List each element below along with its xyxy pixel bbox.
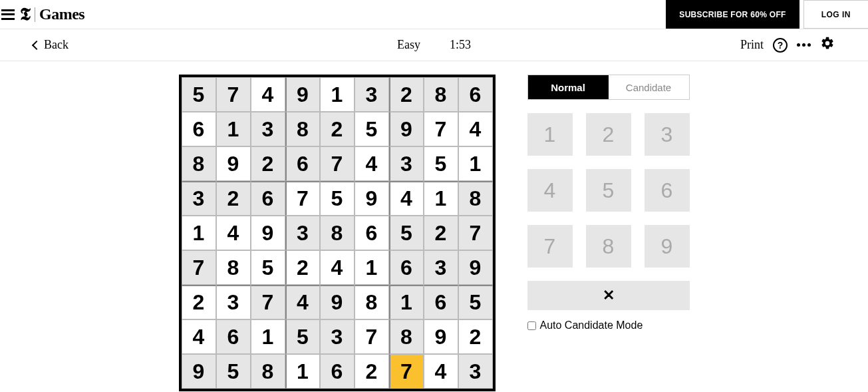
sudoku-cell[interactable]: 5	[182, 77, 216, 112]
sudoku-cell[interactable]: 9	[355, 181, 389, 216]
brand-link[interactable]: 𝕿 Games	[20, 5, 84, 23]
sudoku-cell[interactable]: 4	[458, 112, 493, 146]
menu-icon[interactable]	[1, 9, 15, 20]
erase-button[interactable]: ✕	[527, 281, 690, 310]
mode-candidate-button[interactable]: Candidate	[609, 75, 689, 99]
auto-candidate-checkbox[interactable]	[527, 321, 536, 330]
sudoku-cell[interactable]: 3	[285, 216, 320, 250]
sudoku-cell[interactable]: 5	[458, 285, 493, 319]
sudoku-cell[interactable]: 4	[320, 250, 355, 285]
sudoku-cell[interactable]: 7	[182, 250, 216, 285]
sudoku-cell[interactable]: 5	[216, 354, 251, 389]
sudoku-cell[interactable]: 9	[458, 250, 493, 285]
sudoku-cell[interactable]: 6	[182, 112, 216, 146]
sudoku-cell[interactable]: 1	[458, 146, 493, 181]
sudoku-cell[interactable]: 9	[182, 354, 216, 389]
sudoku-cell[interactable]: 6	[216, 319, 251, 354]
sudoku-cell[interactable]: 3	[182, 181, 216, 216]
sudoku-cell[interactable]: 7	[458, 216, 493, 250]
sudoku-cell[interactable]: 5	[320, 181, 355, 216]
sudoku-cell[interactable]: 7	[285, 181, 320, 216]
sudoku-cell[interactable]: 6	[389, 250, 424, 285]
sudoku-cell[interactable]: 2	[216, 181, 251, 216]
sudoku-cell[interactable]: 5	[355, 112, 389, 146]
sudoku-cell[interactable]: 1	[285, 354, 320, 389]
sudoku-cell[interactable]: 6	[355, 216, 389, 250]
sudoku-cell[interactable]: 8	[355, 285, 389, 319]
sudoku-cell[interactable]: 7	[320, 146, 355, 181]
sudoku-cell[interactable]: 5	[251, 250, 285, 285]
keypad-2[interactable]: 2	[586, 113, 631, 156]
sudoku-cell[interactable]: 8	[182, 146, 216, 181]
sudoku-cell[interactable]: 3	[216, 285, 251, 319]
sudoku-cell[interactable]: 2	[424, 216, 458, 250]
sudoku-cell[interactable]: 1	[182, 216, 216, 250]
sudoku-cell[interactable]: 3	[424, 250, 458, 285]
sudoku-cell[interactable]: 8	[389, 319, 424, 354]
sudoku-cell[interactable]: 1	[389, 285, 424, 319]
more-icon[interactable]	[797, 43, 811, 47]
sudoku-cell[interactable]: 9	[251, 216, 285, 250]
sudoku-cell[interactable]: 6	[458, 77, 493, 112]
sudoku-cell[interactable]: 7	[389, 354, 424, 389]
keypad-7[interactable]: 7	[527, 225, 573, 268]
print-button[interactable]: Print	[740, 38, 764, 52]
sudoku-cell[interactable]: 6	[285, 146, 320, 181]
sudoku-cell[interactable]: 3	[355, 77, 389, 112]
sudoku-cell[interactable]: 4	[285, 285, 320, 319]
sudoku-cell[interactable]: 2	[285, 250, 320, 285]
sudoku-cell[interactable]: 1	[216, 112, 251, 146]
sudoku-cell[interactable]: 4	[355, 146, 389, 181]
sudoku-cell[interactable]: 2	[320, 112, 355, 146]
sudoku-cell[interactable]: 8	[216, 250, 251, 285]
sudoku-cell[interactable]: 3	[320, 319, 355, 354]
sudoku-cell[interactable]: 9	[285, 77, 320, 112]
keypad-6[interactable]: 6	[645, 169, 690, 212]
keypad-3[interactable]: 3	[645, 113, 690, 156]
sudoku-cell[interactable]: 4	[389, 181, 424, 216]
sudoku-cell[interactable]: 9	[216, 146, 251, 181]
sudoku-cell[interactable]: 7	[355, 319, 389, 354]
sudoku-cell[interactable]: 2	[458, 319, 493, 354]
sudoku-cell[interactable]: 6	[320, 354, 355, 389]
subscribe-button[interactable]: SUBSCRIBE FOR 60% OFF	[666, 0, 799, 29]
sudoku-cell[interactable]: 5	[285, 319, 320, 354]
sudoku-cell[interactable]: 1	[424, 181, 458, 216]
sudoku-cell[interactable]: 1	[251, 319, 285, 354]
sudoku-cell[interactable]: 2	[182, 285, 216, 319]
sudoku-cell[interactable]: 4	[216, 216, 251, 250]
sudoku-cell[interactable]: 6	[424, 285, 458, 319]
sudoku-cell[interactable]: 9	[389, 112, 424, 146]
sudoku-cell[interactable]: 7	[216, 77, 251, 112]
sudoku-cell[interactable]: 6	[251, 181, 285, 216]
keypad-4[interactable]: 4	[527, 169, 573, 212]
sudoku-cell[interactable]: 1	[355, 250, 389, 285]
sudoku-cell[interactable]: 3	[251, 112, 285, 146]
sudoku-cell[interactable]: 8	[285, 112, 320, 146]
sudoku-cell[interactable]: 4	[424, 354, 458, 389]
sudoku-cell[interactable]: 2	[355, 354, 389, 389]
sudoku-cell[interactable]: 1	[320, 77, 355, 112]
login-button[interactable]: LOG IN	[803, 0, 868, 29]
sudoku-cell[interactable]: 8	[424, 77, 458, 112]
sudoku-cell[interactable]: 8	[320, 216, 355, 250]
back-button[interactable]: Back	[33, 38, 69, 52]
help-icon[interactable]: ?	[773, 38, 788, 53]
keypad-9[interactable]: 9	[645, 225, 690, 268]
sudoku-cell[interactable]: 5	[424, 146, 458, 181]
sudoku-cell[interactable]: 7	[251, 285, 285, 319]
gear-icon[interactable]	[820, 36, 835, 54]
sudoku-cell[interactable]: 4	[182, 319, 216, 354]
keypad-8[interactable]: 8	[586, 225, 631, 268]
sudoku-cell[interactable]: 9	[320, 285, 355, 319]
sudoku-cell[interactable]: 4	[251, 77, 285, 112]
sudoku-cell[interactable]: 8	[251, 354, 285, 389]
mode-normal-button[interactable]: Normal	[528, 75, 609, 99]
sudoku-cell[interactable]: 9	[424, 319, 458, 354]
keypad-5[interactable]: 5	[586, 169, 631, 212]
sudoku-cell[interactable]: 5	[389, 216, 424, 250]
auto-candidate-toggle[interactable]: Auto Candidate Mode	[527, 319, 690, 331]
sudoku-cell[interactable]: 8	[458, 181, 493, 216]
keypad-1[interactable]: 1	[527, 113, 573, 156]
sudoku-cell[interactable]: 2	[389, 77, 424, 112]
